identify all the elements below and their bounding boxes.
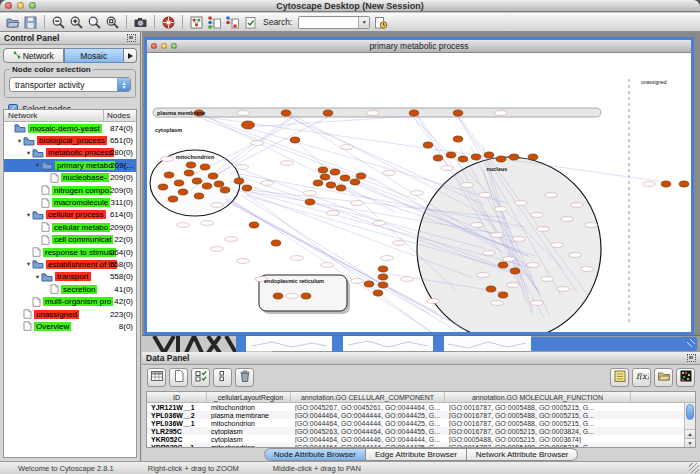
select-stepper-icon[interactable]: ▲▼: [117, 78, 130, 91]
expand-collapse-icon[interactable]: ▼: [34, 162, 41, 168]
tree-row[interactable]: nucleobase-209(0): [4, 172, 136, 184]
region-label-unassigned: unassigned: [641, 79, 667, 85]
file-icon: [23, 321, 32, 331]
table-row[interactable]: YPL036W__2plasma membrane[GO:0044464, GO…: [147, 411, 695, 419]
status-zoom-hint: Right-click + drag to ZOOM: [148, 464, 239, 473]
filter-button[interactable]: [243, 14, 258, 31]
tree-row-node-count: 42(0): [114, 297, 133, 306]
expand-collapse-icon[interactable]: ▼: [16, 138, 23, 144]
title-bar[interactable]: Cytoscape Desktop (New Session): [0, 0, 700, 12]
more-tabs-button[interactable]: [124, 48, 137, 63]
float-panel-icon[interactable]: [687, 354, 696, 362]
search-input[interactable]: ▼: [298, 16, 370, 29]
formula-builder-button[interactable]: f(x): [632, 368, 651, 387]
tab-edge-attribute-browser[interactable]: Edge Attribute Browser: [366, 448, 467, 461]
tree-row[interactable]: ▼cellular process614(0): [4, 209, 136, 221]
toolbar-separator: [126, 15, 127, 29]
tree-row[interactable]: ▼transport558(0): [4, 271, 136, 283]
select-attributes-button[interactable]: [191, 368, 210, 387]
tree-row[interactable]: mosaic-demo-yeast874(0): [4, 122, 136, 134]
toolbar-separator: [44, 15, 45, 29]
file-icon: [41, 185, 50, 195]
tab-network[interactable]: Network: [3, 48, 64, 63]
float-panel-icon[interactable]: [127, 34, 136, 42]
table-cell: [GO:0045267, GO:0045261, GO:0044464, G..…: [291, 404, 445, 411]
edge-vizmapper-button[interactable]: [225, 14, 240, 31]
expand-collapse-icon[interactable]: ▼: [25, 150, 32, 156]
table-row[interactable]: YLR295Ccytoplasm[GO:0045263, GO:0044464,…: [147, 427, 695, 435]
tab-mosaic[interactable]: Mosaic: [64, 48, 125, 63]
search-options-icon: [373, 15, 388, 30]
table-column-header[interactable]: annotation.GO MOLECULAR_FUNCTION: [445, 392, 631, 402]
table-column-header[interactable]: annotation.GO CELLULAR_COMPONENT: [291, 392, 445, 402]
tree-row[interactable]: cellular metabo209(0): [4, 221, 136, 233]
table-column-header[interactable]: _cellularLayoutRegion: [207, 392, 291, 402]
network-manager-button[interactable]: [189, 14, 204, 31]
node-color-select[interactable]: transporter activity ▲▼: [9, 77, 131, 92]
tree-column-nodes[interactable]: Nodes: [103, 110, 136, 121]
zoom-in-button[interactable]: [69, 14, 84, 31]
open-session-button[interactable]: [5, 14, 20, 31]
notes-button[interactable]: [610, 368, 629, 387]
tree-row[interactable]: ▼biological_process651(0): [4, 134, 136, 146]
tree-row[interactable]: macromolecule311(0): [4, 196, 136, 208]
search-options-button[interactable]: [373, 14, 388, 31]
matrix-view-button[interactable]: [676, 368, 695, 387]
expand-collapse-icon[interactable]: ▼: [25, 261, 32, 267]
scrollbar-thumb[interactable]: [686, 404, 694, 420]
new-attribute-button[interactable]: [169, 368, 188, 387]
table-cell: YJR121W__1: [147, 404, 207, 411]
tab-node-attribute-browser[interactable]: Node Attribute Browser: [264, 448, 366, 461]
unselect-attributes-button[interactable]: [213, 368, 232, 387]
tree-row-label: cellular process: [46, 210, 106, 219]
expand-collapse-icon[interactable]: ▼: [34, 274, 41, 280]
attribute-table-button[interactable]: [147, 368, 166, 387]
table-column-header[interactable]: ID: [147, 392, 207, 402]
tab-network-attribute-browser[interactable]: Network Attribute Browser: [467, 448, 578, 461]
unchecked-list-icon: [216, 369, 230, 387]
tree-row[interactable]: ▼primary metabo209(...: [4, 159, 136, 171]
network-view-window[interactable]: primary metabolic process plasma: [144, 37, 694, 335]
table-scrollbar[interactable]: ▲ ▼: [684, 403, 695, 447]
tree-row-label: biological_process: [37, 136, 107, 145]
resize-grip[interactable]: [689, 463, 699, 473]
data-panel-toolbar: f(x): [142, 365, 700, 390]
tree-row[interactable]: secretion41(0): [4, 283, 136, 295]
tree-row[interactable]: multi-organism pro42(0): [4, 295, 136, 307]
search-dropdown-icon[interactable]: ▼: [358, 17, 369, 28]
tree-column-network[interactable]: Network: [4, 110, 103, 121]
tree-row[interactable]: ▼establishment of lo558(0): [4, 258, 136, 270]
tree-row[interactable]: ▼metabolic process280(0): [4, 147, 136, 159]
status-pan-hint: Middle-click + drag to PAN: [273, 464, 361, 473]
table-cell: [GO:0016787, GO:0005488, GO:0005215, G..…: [445, 412, 631, 419]
network-window-title: primary metabolic process: [147, 41, 691, 51]
zoom-fit-button[interactable]: [105, 14, 120, 31]
tree-row-label: establishment of lo: [46, 260, 117, 269]
zoom-selected-button[interactable]: [87, 14, 102, 31]
zoom-out-button[interactable]: [51, 14, 66, 31]
tree-row[interactable]: nitrogen compo209(0): [4, 184, 136, 196]
network-canvas[interactable]: plasma membrane cytoplasm mitochondrion …: [147, 53, 691, 332]
blank-page-icon: [172, 369, 186, 387]
save-session-button[interactable]: [23, 14, 38, 31]
expand-collapse-icon[interactable]: ▼: [25, 212, 32, 218]
network-tab-icon: [13, 51, 21, 61]
region-label-cytoplasm: cytoplasm: [155, 127, 182, 133]
snapshot-button[interactable]: [133, 14, 148, 31]
delete-attribute-button[interactable]: [235, 368, 254, 387]
tree-row[interactable]: Overview8(0): [4, 320, 136, 332]
network-tree: Network Nodes mosaic-demo-yeast874(0)▼bi…: [3, 109, 137, 458]
tree-row[interactable]: response to stimulu264(0): [4, 246, 136, 258]
tree-row-node-count: 311(0): [110, 198, 133, 207]
network-window-titlebar[interactable]: primary metabolic process: [147, 40, 691, 53]
scroll-up-icon[interactable]: ▲: [685, 429, 695, 438]
table-row[interactable]: YKR052Ccytoplasm[GO:0044464, GO:0044446,…: [147, 435, 695, 443]
tree-row[interactable]: cell communicat22(0): [4, 234, 136, 246]
scroll-down-icon[interactable]: ▼: [685, 438, 695, 447]
import-attributes-button[interactable]: [654, 368, 673, 387]
table-row[interactable]: YPL036W__1mitochondrion[GO:0044464, GO:0…: [147, 419, 695, 427]
table-row[interactable]: YJR121W__1mitochondrion[GO:0045267, GO:0…: [147, 403, 695, 411]
help-button[interactable]: [161, 14, 176, 31]
vizmapper-button[interactable]: [207, 14, 222, 31]
tree-row[interactable]: unassigned223(0): [4, 308, 136, 320]
